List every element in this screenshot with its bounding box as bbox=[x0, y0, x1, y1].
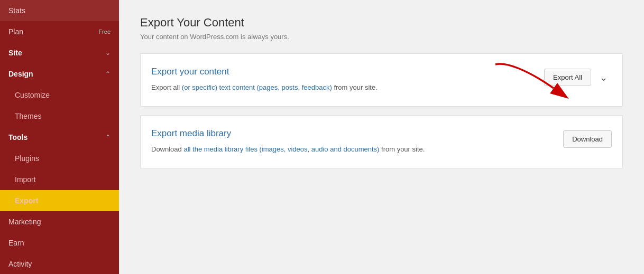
sidebar-item-export[interactable]: Export bbox=[0, 190, 119, 211]
sidebar-label-marketing: Marketing bbox=[8, 218, 41, 226]
page-title: Export Your Content bbox=[140, 16, 623, 30]
export-content-card-inner: Export your content Export all (or speci… bbox=[141, 54, 622, 106]
sidebar-item-marketing[interactable]: Marketing bbox=[0, 211, 119, 232]
sidebar-label-themes: Themes bbox=[15, 112, 42, 120]
sidebar-label-site: Site bbox=[8, 49, 22, 57]
export-content-card-body: Export your content Export all (or speci… bbox=[151, 67, 544, 93]
export-content-description: Export all (or specific) text content (p… bbox=[151, 82, 533, 93]
desc-link-1[interactable]: (or specific) text content (pages, posts… bbox=[182, 83, 332, 91]
sidebar-item-import[interactable]: Import bbox=[0, 169, 119, 190]
export-media-actions: Download bbox=[563, 130, 612, 148]
sidebar-item-earn[interactable]: Earn bbox=[0, 232, 119, 253]
export-content-card: Export your content Export all (or speci… bbox=[140, 53, 623, 107]
sidebar-badge-plan: Free bbox=[98, 29, 111, 35]
sidebar-item-design[interactable]: Design ⌃ bbox=[0, 63, 119, 84]
sidebar-item-plan[interactable]: Plan Free bbox=[0, 21, 119, 42]
export-media-card-body: Export media library Download all the me… bbox=[151, 128, 563, 155]
sidebar: Stats Plan Free Site ⌄ Design ⌃ Customiz… bbox=[0, 0, 119, 274]
sidebar-label-plugins: Plugins bbox=[15, 154, 39, 163]
sidebar-label-customize: Customize bbox=[15, 91, 50, 99]
export-all-button[interactable]: Export All bbox=[544, 69, 591, 86]
sidebar-label-stats: Stats bbox=[8, 6, 25, 15]
sidebar-label-tools: Tools bbox=[8, 133, 27, 141]
main-content: Export Your Content Your content on Word… bbox=[119, 0, 644, 274]
sidebar-item-activity[interactable]: Activity bbox=[0, 253, 119, 274]
sidebar-label-activity: Activity bbox=[8, 260, 32, 268]
media-desc-text-1: Download bbox=[151, 145, 183, 153]
expand-icon[interactable]: ⌄ bbox=[595, 70, 612, 86]
sidebar-item-site[interactable]: Site ⌄ bbox=[0, 42, 119, 63]
export-media-title: Export media library bbox=[151, 128, 553, 139]
sidebar-item-tools[interactable]: Tools ⌃ bbox=[0, 127, 119, 148]
sidebar-item-stats[interactable]: Stats bbox=[0, 0, 119, 21]
sidebar-item-customize[interactable]: Customize bbox=[0, 84, 119, 106]
sidebar-item-themes[interactable]: Themes bbox=[0, 106, 119, 127]
sidebar-item-plugins[interactable]: Plugins bbox=[0, 148, 119, 169]
page-subtitle: Your content on WordPress.com is always … bbox=[140, 33, 623, 41]
download-button[interactable]: Download bbox=[563, 130, 612, 148]
media-desc-text-2: from your site. bbox=[381, 145, 425, 153]
sidebar-label-earn: Earn bbox=[8, 239, 24, 247]
export-media-card-inner: Export media library Download all the me… bbox=[141, 116, 622, 168]
chevron-down-icon: ⌄ bbox=[105, 49, 111, 56]
desc-text-1: Export all bbox=[151, 83, 180, 91]
chevron-up-icon: ⌃ bbox=[105, 70, 111, 78]
export-media-card: Export media library Download all the me… bbox=[140, 115, 623, 168]
sidebar-label-design: Design bbox=[8, 70, 33, 78]
export-media-description: Download all the media library files (im… bbox=[151, 144, 553, 155]
export-content-actions: Export All ⌄ bbox=[544, 69, 612, 86]
sidebar-label-export: Export bbox=[15, 196, 38, 205]
chevron-up-icon-tools: ⌃ bbox=[105, 134, 111, 141]
sidebar-label-import: Import bbox=[15, 175, 36, 184]
export-content-title: Export your content bbox=[151, 67, 533, 77]
desc-text-2: from your site. bbox=[334, 83, 377, 91]
sidebar-label-plan: Plan bbox=[8, 27, 23, 36]
media-desc-link-1[interactable]: all the media library files (images, vid… bbox=[183, 145, 379, 153]
